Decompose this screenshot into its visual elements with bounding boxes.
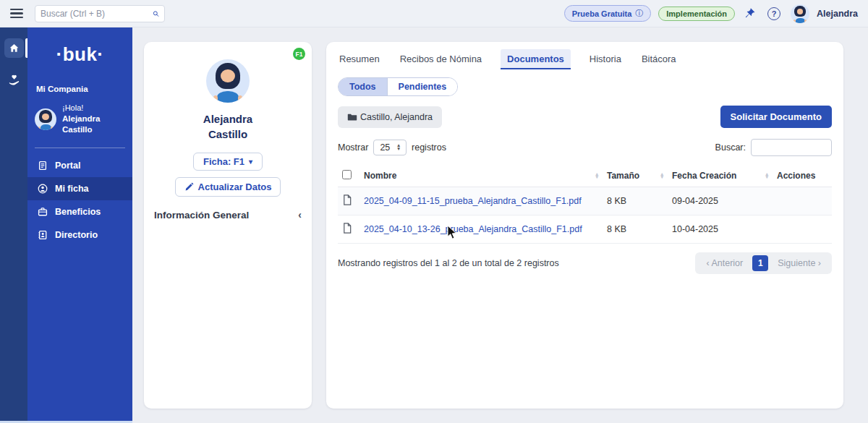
sidebar-item-portal[interactable]: Portal — [27, 154, 132, 177]
employee-name: Alejandra Castillo — [144, 111, 312, 142]
table-search-input[interactable] — [751, 139, 832, 156]
tab-recibos[interactable]: Recibos de Nómina — [399, 49, 483, 69]
profile-card: F1 Alejandra Castillo Ficha: F1 ▾ Actual… — [144, 42, 312, 409]
page-size-select[interactable]: 25 ▴▾ — [373, 140, 407, 155]
select-all-header — [338, 165, 359, 187]
sort-icon: ▴▾ — [660, 173, 663, 179]
tab-bitacora[interactable]: Bitácora — [640, 49, 678, 69]
update-data-button[interactable]: Actualizar Datos — [175, 177, 281, 197]
document-link[interactable]: 2025_04-10_13-26_prueba_Alejandra_Castil… — [364, 224, 582, 234]
pin-icon[interactable] — [744, 7, 756, 20]
global-search-input[interactable] — [41, 9, 153, 19]
info-general-section: Información General ‹ — [144, 209, 312, 221]
sidebar-avatar — [35, 108, 56, 130]
sidebar-username: Alejandra Castillo — [62, 114, 125, 136]
sidebar-item-mi-ficha[interactable]: Mi ficha — [27, 177, 132, 200]
search-icon[interactable] — [153, 9, 159, 19]
buk-logo: ·buk· — [27, 43, 132, 66]
request-document-button[interactable]: Solicitar Documento — [720, 106, 832, 128]
hamburger-menu-icon[interactable] — [10, 9, 23, 19]
column-header-tamano[interactable]: Tamaño▴▾ — [603, 165, 668, 187]
sidebar-item-directorio[interactable]: Directorio — [27, 223, 132, 247]
tab-resumen[interactable]: Resumen — [338, 49, 381, 69]
table-row: 2025_04-09_11-15_prueba_Alejandra_Castil… — [338, 187, 832, 215]
topbar-avatar[interactable] — [791, 4, 809, 23]
column-header-nombre[interactable]: Nombre▴▾ — [359, 165, 603, 187]
culture-nav-button[interactable] — [4, 70, 24, 90]
column-header-fecha[interactable]: Fecha Creación▴▾ — [668, 165, 773, 187]
documents-table: Nombre▴▾ Tamaño▴▾ Fecha Creación▴▾ Accio… — [338, 165, 832, 244]
select-arrows-icon: ▴▾ — [397, 144, 400, 150]
folder-icon — [347, 112, 357, 122]
tab-bar: Resumen Recibos de Nómina Documentos His… — [338, 49, 832, 69]
topbar-username[interactable]: Alejandra — [817, 9, 858, 19]
sort-icon: ▴▾ — [765, 173, 768, 179]
rail-active-indicator — [25, 38, 27, 58]
document-icon — [38, 161, 48, 171]
pdf-file-icon — [342, 195, 352, 205]
document-actions — [773, 215, 832, 244]
sidebar-item-beneficios[interactable]: Beneficios — [27, 200, 132, 223]
topbar: Prueba Gratuita ⓘ Implementación ? Aleja… — [0, 0, 868, 27]
sidebar-item-label: Directorio — [55, 230, 98, 240]
sidebar-item-label: Beneficios — [55, 207, 101, 217]
user-icon — [38, 184, 48, 194]
hand-heart-icon — [8, 74, 20, 86]
document-actions — [773, 187, 832, 215]
home-nav-button[interactable] — [4, 38, 24, 58]
chevron-down-icon: ▾ — [249, 158, 252, 166]
tab-documentos[interactable]: Documentos — [501, 49, 571, 69]
sidebar-item-label: Portal — [55, 161, 80, 171]
help-icon[interactable]: ? — [767, 7, 780, 20]
nav-rail — [0, 27, 27, 423]
filter-toggle: Todos Pendientes — [338, 77, 458, 96]
records-summary: Mostrando registros del 1 al 2 de un tot… — [338, 258, 559, 268]
pagination: ‹ Anterior 1 Siguiente › — [695, 252, 832, 274]
sidebar-item-label: Mi ficha — [55, 184, 89, 194]
ficha-status-badge: F1 — [293, 48, 305, 60]
documents-panel: Resumen Recibos de Nómina Documentos His… — [326, 42, 843, 409]
table-row: 2025_04-10_13-26_prueba_Alejandra_Castil… — [338, 215, 832, 244]
collapse-chevron-icon[interactable]: ‹ — [298, 209, 302, 221]
info-icon: ⓘ — [635, 8, 643, 19]
ficha-dropdown-button[interactable]: Ficha: F1 ▾ — [193, 153, 263, 171]
records-label: registros — [412, 142, 446, 153]
next-page-button[interactable]: Siguiente › — [771, 256, 827, 270]
sidebar-divider — [35, 148, 125, 148]
select-all-checkbox[interactable] — [342, 170, 352, 179]
pdf-file-icon — [342, 223, 352, 234]
document-date: 10-04-2025 — [668, 215, 773, 244]
toggle-pendientes[interactable]: Pendientes — [388, 78, 458, 95]
sort-icon: ▴▾ — [595, 173, 598, 179]
implementation-badge[interactable]: Implementación — [658, 7, 735, 21]
show-label: Mostrar — [338, 142, 368, 153]
sidebar: ·buk· Mi Compania ¡Hola! Alejandra Casti… — [27, 27, 132, 423]
briefcase-icon — [38, 207, 48, 217]
app-window: Prueba Gratuita ⓘ Implementación ? Aleja… — [0, 0, 868, 423]
tab-historia[interactable]: Historia — [588, 49, 623, 69]
table-search-label: Buscar: — [715, 142, 746, 153]
edit-pencil-icon — [184, 182, 194, 192]
global-search — [35, 5, 165, 22]
home-icon — [9, 43, 20, 54]
sidebar-user[interactable]: ¡Hola! Alejandra Castillo — [27, 103, 132, 136]
document-link[interactable]: 2025_04-09_11-15_prueba_Alejandra_Castil… — [364, 196, 582, 206]
trial-badge-label: Prueba Gratuita — [572, 9, 632, 18]
greeting-text: ¡Hola! — [62, 103, 125, 114]
content-area: F1 Alejandra Castillo Ficha: F1 ▾ Actual… — [132, 27, 868, 423]
column-header-acciones: Acciones — [773, 165, 832, 187]
toggle-todos[interactable]: Todos — [339, 78, 388, 95]
document-size: 8 KB — [603, 187, 668, 215]
prev-page-button[interactable]: ‹ Anterior — [699, 256, 749, 270]
folder-breadcrumb-chip[interactable]: Castillo, Alejandra — [338, 106, 442, 128]
document-date: 09-04-2025 — [668, 187, 773, 215]
implementation-badge-label: Implementación — [666, 9, 727, 18]
profile-avatar — [206, 59, 250, 103]
section-title: Información General — [154, 210, 249, 221]
company-label: Mi Compania — [27, 85, 132, 93]
address-book-icon — [38, 230, 48, 240]
document-size: 8 KB — [603, 215, 668, 244]
current-page-button[interactable]: 1 — [752, 255, 768, 271]
trial-badge[interactable]: Prueba Gratuita ⓘ — [564, 5, 652, 22]
